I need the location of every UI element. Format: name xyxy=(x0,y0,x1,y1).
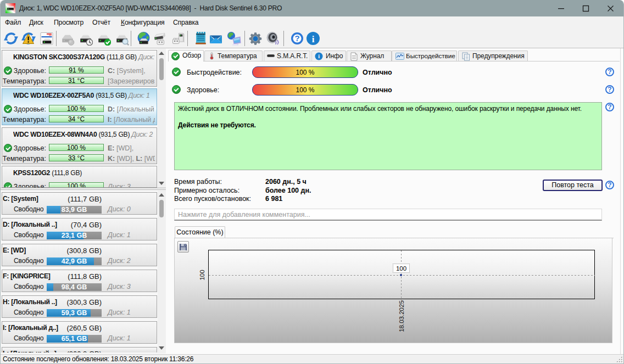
svg-text:i: i xyxy=(318,53,320,59)
svg-text:?: ? xyxy=(294,33,299,43)
svg-text:i: i xyxy=(312,34,315,44)
